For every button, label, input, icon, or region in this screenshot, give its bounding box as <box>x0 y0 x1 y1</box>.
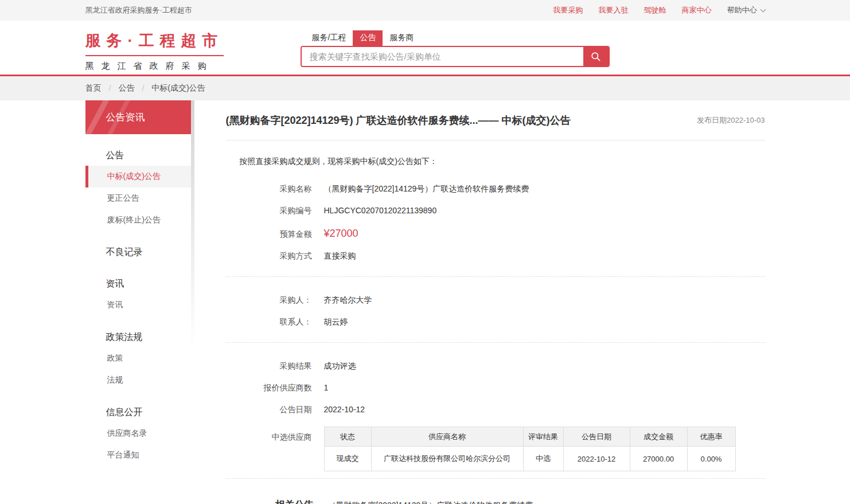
sidebar-section-information-disclosure[interactable]: 信息公开 <box>85 391 191 423</box>
top-link-purchase[interactable]: 我要采购 <box>553 5 583 15</box>
cell-status: 现成交 <box>324 447 371 471</box>
search-button[interactable] <box>583 47 609 66</box>
col-review-result: 评审结果 <box>523 427 563 447</box>
sidebar-section-policies-regulations[interactable]: 政策法规 <box>85 316 191 347</box>
top-link-cockpit[interactable]: 驾驶舱 <box>644 5 666 15</box>
col-announcement-date: 公告日期 <box>563 427 630 447</box>
top-links: 我要采购 我要入驻 驾驶舱 商家中心 帮助中心 <box>553 5 765 15</box>
breadcrumb-home[interactable]: 首页 <box>85 83 102 93</box>
col-status: 状态 <box>324 427 371 447</box>
search-bar <box>301 46 610 67</box>
sidebar-item-policies[interactable]: 政策 <box>85 347 191 369</box>
cell-review-result: 中选 <box>523 447 563 471</box>
section-divider <box>226 276 765 277</box>
col-deal-amount: 成交金额 <box>630 427 687 447</box>
breadcrumb-separator: / <box>142 84 144 93</box>
search-input[interactable] <box>302 47 583 66</box>
sidebar-item-award-announcements[interactable]: 中标(成交)公告 <box>85 166 191 187</box>
sidebar-item-regulations[interactable]: 法规 <box>85 369 191 391</box>
cell-deal-amount: 27000.00 <box>630 447 687 471</box>
field-label-contact-person: 联系人： <box>226 317 312 327</box>
field-label-procurement-number: 采购编号 <box>226 206 312 216</box>
search-icon <box>590 51 602 62</box>
related-announcements-label: 相关公告 <box>275 498 314 504</box>
field-value-procurement-number: HLJGCYC02070120221139890 <box>324 206 437 215</box>
breadcrumb-bar: 首页 / 公告 / 中标(成交)公告 <box>0 76 850 100</box>
sidebar-item-news[interactable]: 资讯 <box>85 294 191 316</box>
sidebar-section-announcements[interactable]: 公告 <box>85 134 191 166</box>
chevron-down-icon <box>760 6 766 12</box>
breadcrumb-announcements[interactable]: 公告 <box>118 83 134 93</box>
main-content: (黑财购备字[2022]14129号) 广联达造价软件服务费续...—— 中标(… <box>191 100 765 504</box>
breadcrumb-separator: / <box>109 84 111 93</box>
field-label-announcement-date: 公告日期 <box>226 405 312 415</box>
field-value-budget-amount: ¥27000 <box>324 228 358 240</box>
tab-suppliers[interactable]: 服务商 <box>383 30 420 46</box>
tab-announcements[interactable]: 公告 <box>353 30 383 46</box>
field-value-purchaser: 齐齐哈尔大学 <box>324 295 372 306</box>
sidebar-item-cancelled-announcements[interactable]: 废标(终止)公告 <box>85 209 191 231</box>
cell-discount-rate: 0.00% <box>687 447 735 471</box>
sidebar-item-platform-notices[interactable]: 平台通知 <box>85 444 191 466</box>
breadcrumb-current: 中标(成交)公告 <box>151 83 205 93</box>
related-announcement-link[interactable]: （黑财购备字[2022]14129号）广联达造价软件服务费续费 <box>328 501 533 504</box>
help-center-label: 帮助中心 <box>727 5 757 15</box>
sidebar-item-supplier-directory[interactable]: 供应商名录 <box>85 423 191 444</box>
section-divider <box>226 342 765 343</box>
field-label-procurement-name: 采购名称 <box>226 184 312 194</box>
publish-date: 发布日期2022-10-03 <box>697 115 765 126</box>
field-value-contact-person: 胡云婷 <box>324 317 348 327</box>
field-label-procurement-result: 采购结果 <box>226 361 312 372</box>
sidebar-header: 公告资讯 <box>85 100 191 134</box>
sidebar-section-news[interactable]: 资讯 <box>85 263 191 294</box>
field-label-procurement-method: 采购方式 <box>226 251 312 261</box>
sidebar-item-correction-announcements[interactable]: 更正公告 <box>85 187 191 209</box>
site-header: 服务·工程超市 黑龙江省政府采购 服务/工程 公告 服务商 <box>0 21 850 76</box>
site-name: 黑龙江省政府采购服务·工程超市 <box>85 5 192 15</box>
col-supplier-name: 供应商名称 <box>371 427 523 447</box>
field-label-bidder-count: 报价供应商数 <box>226 383 312 393</box>
site-logo[interactable]: 服务·工程超市 黑龙江省政府采购 <box>85 30 224 72</box>
cell-supplier-name: 广联达科技股份有限公司哈尔滨分公司 <box>371 447 523 471</box>
col-discount-rate: 优惠率 <box>687 427 735 447</box>
field-value-procurement-method: 直接采购 <box>324 251 356 261</box>
field-value-procurement-result: 成功评选 <box>324 361 356 372</box>
logo-main-text: 服务·工程超市 <box>85 30 224 56</box>
field-label-budget-amount: 预算金额 <box>226 229 312 240</box>
logo-sub-text: 黑龙江省政府采购 <box>85 61 224 72</box>
sidebar-section-bad-records[interactable]: 不良记录 <box>85 231 191 263</box>
table-row: 现成交 广联达科技股份有限公司哈尔滨分公司 中选 2022-10-12 2700… <box>324 447 735 471</box>
tab-services-projects[interactable]: 服务/工程 <box>305 30 353 46</box>
field-value-procurement-name: （黑财购备字[2022]14129号）广联达造价软件服务费续费 <box>324 184 529 194</box>
field-label-purchaser: 采购人： <box>226 295 312 306</box>
help-center-menu[interactable]: 帮助中心 <box>727 5 765 15</box>
section-divider <box>226 478 765 479</box>
supplier-table: 状态 供应商名称 评审结果 公告日期 成交金额 优惠率 现成交 广联达科技股份有… <box>324 427 736 471</box>
top-link-join[interactable]: 我要入驻 <box>599 5 629 15</box>
cell-announcement-date: 2022-10-12 <box>563 447 630 471</box>
field-value-announcement-date: 2022-10-12 <box>324 405 365 414</box>
field-label-selected-supplier: 中选供应商 <box>226 427 312 443</box>
search-tabs: 服务/工程 公告 服务商 <box>305 30 610 46</box>
search-area: 服务/工程 公告 服务商 <box>301 30 610 67</box>
sidebar-shadow <box>191 100 194 385</box>
supplier-table-header-row: 状态 供应商名称 评审结果 公告日期 成交金额 优惠率 <box>324 427 735 447</box>
page-title: (黑财购备字[2022]14129号) 广联达造价软件服务费续...—— 中标(… <box>226 114 571 127</box>
intro-text: 按照直接采购成交规则，现将采购中标(成交)公告如下： <box>240 157 765 167</box>
top-link-merchant-center[interactable]: 商家中心 <box>682 5 712 15</box>
field-value-bidder-count: 1 <box>324 383 329 392</box>
top-utility-bar: 黑龙江省政府采购服务·工程超市 我要采购 我要入驻 驾驶舱 商家中心 帮助中心 <box>0 0 850 21</box>
sidebar: 公告资讯 公告 中标(成交)公告 更正公告 废标(终止)公告 不良记录 资讯 资… <box>85 100 191 466</box>
